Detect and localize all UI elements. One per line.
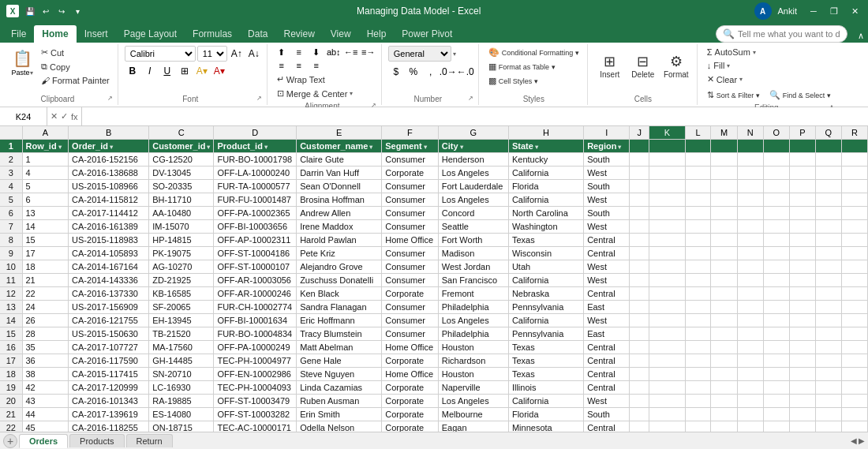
tab-data[interactable]: Data: [240, 25, 275, 43]
cell[interactable]: [841, 179, 867, 193]
cell[interactable]: CA-2015-117415: [69, 367, 149, 380]
cell[interactable]: [630, 327, 649, 340]
sheet-scroll-left[interactable]: ◀: [851, 436, 857, 445]
save-qa-button[interactable]: 💾: [24, 5, 36, 17]
cell[interactable]: [763, 286, 789, 300]
col-header-j[interactable]: J: [630, 126, 649, 139]
cell[interactable]: [815, 367, 841, 380]
cell[interactable]: OFF-AR-10000246: [214, 286, 297, 300]
cell[interactable]: Claire Gute: [297, 152, 382, 166]
cell[interactable]: [763, 380, 789, 394]
cell[interactable]: [815, 394, 841, 407]
copy-button[interactable]: ⧉ Copy: [38, 60, 113, 73]
cell[interactable]: [789, 246, 815, 260]
sheet-scroll-right[interactable]: ▶: [859, 436, 865, 445]
cell[interactable]: [841, 206, 867, 219]
cell[interactable]: [789, 179, 815, 193]
cell[interactable]: MA-17560: [149, 340, 214, 354]
cell[interactable]: [841, 233, 867, 246]
cell[interactable]: Texas: [508, 367, 583, 380]
cell[interactable]: 45: [22, 421, 69, 432]
cell[interactable]: [685, 407, 711, 421]
cell[interactable]: Madison: [438, 246, 508, 260]
cell[interactable]: 42: [22, 380, 69, 394]
cell[interactable]: [737, 246, 763, 260]
sheet-tab-orders[interactable]: Orders: [19, 434, 68, 448]
insert-function-button[interactable]: fx: [71, 112, 78, 122]
cell[interactable]: SN-20710: [149, 367, 214, 380]
cell[interactable]: Pete Kriz: [297, 246, 382, 260]
cell[interactable]: 21: [22, 273, 69, 286]
cell[interactable]: ES-14080: [149, 407, 214, 421]
cell[interactable]: CA-2014-115812: [69, 193, 149, 206]
cell[interactable]: [711, 206, 737, 219]
cell[interactable]: 13: [22, 206, 69, 219]
cell[interactable]: FUR-BO-10004834: [214, 327, 297, 340]
cell[interactable]: [630, 206, 649, 219]
cell[interactable]: Product_id▾: [214, 139, 297, 152]
cell[interactable]: [649, 139, 686, 152]
cell[interactable]: Home Office: [382, 340, 439, 354]
cell[interactable]: Fort Lauderdale: [438, 179, 508, 193]
sort-filter-button[interactable]: ⇅ Sort & Filter ▾: [704, 88, 763, 102]
cell[interactable]: California: [508, 193, 583, 206]
cell[interactable]: OFF-BI-10001634: [214, 313, 297, 327]
cell[interactable]: Consumer: [382, 193, 439, 206]
cell[interactable]: [789, 166, 815, 179]
cell[interactable]: Customer_id▾: [149, 139, 214, 152]
cell[interactable]: [763, 193, 789, 206]
cell[interactable]: [763, 219, 789, 233]
cell[interactable]: [815, 327, 841, 340]
cell[interactable]: AA-10480: [149, 206, 214, 219]
font-name-select[interactable]: Calibri: [125, 46, 196, 62]
cell[interactable]: RA-19885: [149, 394, 214, 407]
cell[interactable]: South: [584, 206, 630, 219]
cell[interactable]: [737, 139, 763, 152]
cell[interactable]: [685, 313, 711, 327]
cell[interactable]: Central: [584, 340, 630, 354]
cell[interactable]: BH-11710: [149, 193, 214, 206]
cell[interactable]: Tracy Blumstein: [297, 327, 382, 340]
cell[interactable]: [737, 394, 763, 407]
cell[interactable]: Kentucky: [508, 152, 583, 166]
redo-qa-button[interactable]: ↪: [55, 5, 68, 17]
cell[interactable]: [649, 421, 686, 432]
cell[interactable]: Corporate: [382, 380, 439, 394]
cell[interactable]: [789, 193, 815, 206]
cell[interactable]: [763, 313, 789, 327]
cell[interactable]: 24: [22, 300, 69, 313]
cell[interactable]: [841, 394, 867, 407]
cell[interactable]: Philadelphia: [438, 300, 508, 313]
cell[interactable]: US-2015-150630: [69, 327, 149, 340]
more-qa-button[interactable]: ▾: [71, 5, 84, 17]
sheet-tab-products[interactable]: Products: [69, 434, 124, 447]
cell[interactable]: Central: [584, 286, 630, 300]
cell[interactable]: [711, 273, 737, 286]
cell[interactable]: [763, 421, 789, 432]
cell[interactable]: [649, 407, 686, 421]
cell[interactable]: 26: [22, 313, 69, 327]
cell[interactable]: 18: [22, 260, 69, 273]
cell[interactable]: [685, 193, 711, 206]
cell[interactable]: [737, 313, 763, 327]
cell[interactable]: OFF-ST-10003282: [214, 407, 297, 421]
cell[interactable]: [630, 380, 649, 394]
cell[interactable]: Corporate: [382, 286, 439, 300]
cell[interactable]: CA-2016-118255: [69, 421, 149, 432]
cell[interactable]: [630, 139, 649, 152]
cell[interactable]: Consumer: [382, 206, 439, 219]
cell[interactable]: [737, 380, 763, 394]
merge-center-button[interactable]: ⊡ Merge & Center ▾: [274, 87, 376, 100]
text-direction-button[interactable]: ab↕: [326, 46, 342, 58]
cell[interactable]: [630, 179, 649, 193]
col-header-n[interactable]: N: [737, 126, 763, 139]
cell[interactable]: Illinois: [508, 380, 583, 394]
cell[interactable]: [737, 166, 763, 179]
cell[interactable]: Odella Nelson: [297, 421, 382, 432]
font-size-select[interactable]: 11: [197, 46, 227, 62]
cell[interactable]: [630, 166, 649, 179]
cell[interactable]: [841, 367, 867, 380]
indent-decrease-button[interactable]: ←≡: [343, 46, 359, 58]
cell[interactable]: [789, 260, 815, 273]
align-right-button[interactable]: ≡: [309, 59, 324, 72]
